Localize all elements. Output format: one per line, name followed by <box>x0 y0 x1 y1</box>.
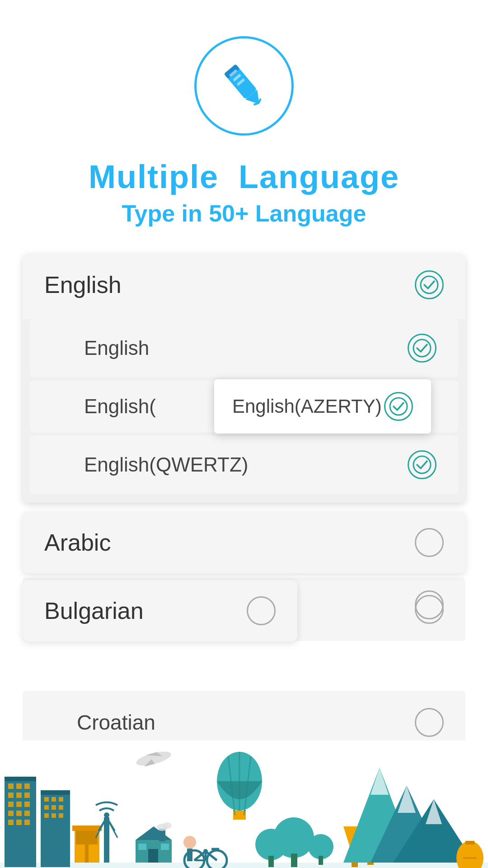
svg-rect-41 <box>72 826 102 831</box>
svg-rect-31 <box>44 797 49 802</box>
svg-point-75 <box>273 817 314 858</box>
item-label: Croatian <box>77 710 155 735</box>
extra-check-icon <box>415 590 444 619</box>
svg-point-65 <box>203 849 208 854</box>
svg-rect-25 <box>24 811 30 816</box>
header-section: Multiple Language Type in 50+ Language <box>0 0 488 254</box>
svg-rect-26 <box>8 820 14 825</box>
arabic-check-icon <box>415 528 444 557</box>
cityscape-illustration <box>0 741 488 868</box>
svg-point-77 <box>308 834 333 859</box>
svg-rect-96 <box>187 849 192 861</box>
title-bold: Multiple <box>89 159 219 195</box>
svg-point-7 <box>413 340 431 357</box>
svg-rect-15 <box>16 783 22 789</box>
main-title: Multiple Language <box>89 158 399 195</box>
title-light: Language <box>239 159 399 195</box>
sub-item-label: English <box>84 337 149 359</box>
svg-rect-34 <box>44 805 49 810</box>
svg-rect-32 <box>52 797 56 802</box>
svg-rect-78 <box>319 856 323 865</box>
svg-rect-54 <box>161 844 169 850</box>
svg-rect-39 <box>59 813 63 818</box>
bulgarian-area: Bulgarian Bulgarian <box>23 578 465 641</box>
tooltip-popup: English(AZERTY) <box>214 379 431 434</box>
sub-item-label: English(QWERTZ) <box>84 453 248 476</box>
svg-rect-27 <box>16 820 22 825</box>
svg-rect-16 <box>24 783 30 789</box>
list-item[interactable]: English(QWERTZ) <box>30 436 458 494</box>
svg-rect-24 <box>16 811 22 816</box>
bulgarian-group-header[interactable]: Bulgarian <box>23 580 297 642</box>
check-icon <box>408 450 436 479</box>
english-sub-items: English English( English(AZERTY) <box>23 319 465 503</box>
svg-rect-38 <box>52 813 56 818</box>
svg-point-49 <box>104 812 109 818</box>
bulgarian-check-icon <box>247 596 276 625</box>
svg-rect-17 <box>8 793 14 798</box>
svg-rect-13 <box>5 777 36 781</box>
sub-item-label: English( <box>84 395 156 418</box>
svg-rect-14 <box>8 783 14 789</box>
title-section: Multiple Language Type in 50+ Language <box>89 158 399 227</box>
azerty-check-icon <box>384 392 413 421</box>
list-item[interactable]: English <box>30 319 458 377</box>
english-group-header[interactable]: English <box>23 254 465 316</box>
svg-rect-29 <box>41 790 70 867</box>
svg-rect-11 <box>0 863 488 868</box>
svg-rect-18 <box>16 793 22 798</box>
svg-point-8 <box>390 398 407 415</box>
svg-rect-20 <box>8 802 14 807</box>
svg-rect-52 <box>148 849 158 863</box>
list-item[interactable]: English( English(AZERTY) <box>30 381 458 432</box>
check-icon <box>415 590 444 619</box>
svg-point-95 <box>183 836 196 849</box>
arabic-group-header[interactable]: Arabic <box>23 512 465 573</box>
app-logo <box>194 36 294 136</box>
bulgarian-group[interactable]: Bulgarian <box>23 580 297 642</box>
check-icon <box>415 708 444 737</box>
arabic-group-label: Arabic <box>44 529 111 556</box>
english-check-icon <box>415 270 444 299</box>
svg-rect-35 <box>52 805 56 810</box>
svg-rect-33 <box>59 797 63 802</box>
svg-rect-37 <box>44 813 49 818</box>
tooltip-label: English(AZERTY) <box>232 396 382 417</box>
svg-rect-28 <box>24 820 30 825</box>
svg-point-6 <box>421 276 438 293</box>
check-icon <box>408 334 436 363</box>
svg-rect-23 <box>8 811 14 816</box>
svg-point-57 <box>163 822 172 829</box>
svg-rect-76 <box>291 854 297 867</box>
english-group-label: English <box>44 271 122 298</box>
svg-rect-30 <box>41 790 70 795</box>
svg-rect-93 <box>465 841 474 844</box>
svg-rect-21 <box>16 802 22 807</box>
subtitle: Type in 50+ Language <box>89 200 399 227</box>
svg-rect-44 <box>104 817 109 863</box>
svg-rect-74 <box>268 856 274 867</box>
svg-rect-53 <box>138 844 146 850</box>
svg-rect-22 <box>24 802 30 807</box>
svg-point-9 <box>413 456 431 473</box>
svg-rect-43 <box>85 842 89 863</box>
bulgarian-group-label: Bulgarian <box>44 597 144 624</box>
svg-rect-36 <box>59 805 63 810</box>
svg-rect-19 <box>24 793 30 798</box>
arabic-group[interactable]: Arabic <box>23 512 465 573</box>
english-group[interactable]: English English <box>23 254 465 503</box>
